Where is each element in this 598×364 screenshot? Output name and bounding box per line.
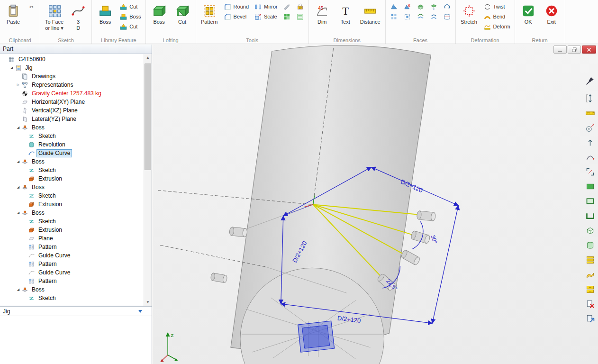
tree-item-sketch[interactable]: Sketch [0, 217, 144, 226]
boss-cylinder-left-1[interactable] [229, 227, 248, 237]
boss-cylinder-left-2[interactable] [210, 273, 227, 283]
tree-item-lateral-yz-plane[interactable]: Lateral(YZ) Plane [0, 115, 144, 123]
loft-cut-button[interactable]: Cut [172, 2, 193, 26]
library-boss-button[interactable]: Boss [94, 2, 116, 26]
surface-button[interactable] [584, 269, 596, 280]
scale-button[interactable]: Scale [252, 12, 280, 21]
tree-item-extrusion[interactable]: Extrusion [0, 200, 144, 209]
paste-button[interactable]: Paste [2, 2, 24, 26]
curve-probe-button[interactable] [584, 151, 596, 163]
face-replace-button[interactable] [415, 12, 426, 21]
library-cut-button[interactable]: Cut [118, 2, 143, 11]
face-split-button[interactable] [441, 12, 453, 21]
distance-button[interactable]: Distance [358, 2, 383, 26]
lock-button[interactable]: 10 [294, 2, 306, 11]
bend-button[interactable]: Bend [481, 12, 512, 21]
convert-button[interactable] [281, 12, 293, 21]
footer-row[interactable]: Jig [0, 307, 152, 316]
tree-item-sketch[interactable]: Sketch [0, 294, 144, 302]
face-select-button[interactable] [584, 181, 596, 192]
face-shrink-button[interactable] [401, 12, 413, 21]
stretch-button[interactable]: Stretch [458, 2, 480, 26]
corner-measure-button[interactable] [584, 166, 596, 177]
tree-expander-icon[interactable]: ◢ [15, 126, 21, 129]
tree-item-sketch[interactable]: Sketch [0, 166, 144, 174]
tree-expander-icon[interactable]: ◢ [15, 160, 21, 164]
restore-button[interactable] [568, 46, 581, 54]
tree-item-boss[interactable]: ◢Boss [0, 209, 144, 217]
tree-item-jig[interactable]: ◢Jig [0, 64, 144, 72]
shell-select-button[interactable] [584, 210, 596, 221]
round-button[interactable]: Round [222, 2, 251, 11]
tree-item-extrusion[interactable]: Extrusion [0, 226, 144, 234]
tree-item-vertical-xz-plane[interactable]: Vertical(XZ) Plane [0, 106, 144, 115]
tree-expander-icon[interactable]: ◢ [9, 66, 15, 70]
pin-button[interactable] [584, 75, 596, 86]
tree-item-extrusion[interactable]: Extrusion [0, 174, 144, 183]
tree-item-pattern[interactable]: Pattern [0, 277, 144, 285]
tree-item-plane[interactable]: Plane [0, 234, 144, 243]
tree-item-boss[interactable]: ◢Boss [0, 285, 144, 294]
face-offset-button[interactable] [415, 2, 426, 11]
drawers-button[interactable] [584, 283, 596, 295]
face-copy-button[interactable] [428, 2, 440, 11]
boss-cylinder-right-3[interactable] [400, 249, 421, 266]
ruler-horizontal-button[interactable] [584, 107, 596, 118]
viewport[interactable]: D/2+120 D/2+120 D/2+120 30° 22.5° Z [153, 45, 598, 364]
tree-item-sketch[interactable]: Sketch [0, 191, 144, 200]
trim-button[interactable] [281, 2, 293, 11]
tree-item-horizontal-xy-plane[interactable]: Horizontal(XY) Plane [0, 98, 144, 106]
cylinder-select-button[interactable] [584, 239, 596, 251]
sketch-to-face-button[interactable]: To Face or line ▾ [43, 2, 66, 32]
snap-center-button[interactable] [584, 122, 596, 133]
scroll-up-icon[interactable]: ▲ [144, 54, 152, 61]
arrow-direction-button[interactable] [584, 136, 596, 148]
minimize-button[interactable] [553, 46, 567, 54]
tree-item-guide-curve[interactable]: Guide Curve [0, 251, 144, 260]
pattern-button[interactable]: Pattern [199, 2, 220, 26]
cut-clipboard-button[interactable]: ✂ [26, 2, 37, 11]
sketch-3d-button[interactable]: 3 D [67, 2, 89, 32]
tree-expander-icon[interactable]: ◢ [15, 185, 21, 189]
boss-cylinder-right-1[interactable] [417, 210, 436, 221]
box-select-button[interactable] [584, 225, 596, 236]
solid-select-button[interactable] [584, 195, 596, 207]
tree-item-guide-curve[interactable]: Guide Curve [0, 149, 144, 157]
fit-view-button[interactable] [584, 92, 596, 104]
tree-item-gravity-center-1257-483-kg[interactable]: Gravity Center 1257.483 kg [0, 89, 144, 98]
layers-button[interactable] [584, 254, 596, 265]
tree-expander-icon[interactable]: ◢ [15, 211, 21, 215]
tree-item-sketch[interactable]: Sketch [0, 132, 144, 140]
library-cut2-button[interactable]: Cut [118, 22, 143, 31]
close-button[interactable] [582, 46, 596, 54]
delete-annotation-button[interactable] [584, 298, 596, 309]
loft-boss-button[interactable]: Boss [148, 2, 170, 26]
tree-item-boss[interactable]: ◢Boss [0, 123, 144, 132]
tree-item-boss[interactable]: ◢Boss [0, 157, 144, 166]
face-rotate-button[interactable] [441, 2, 453, 11]
export-view-button[interactable] [584, 313, 596, 324]
deform-button[interactable]: Deform [481, 22, 512, 31]
tree-expander-icon[interactable]: ▷ [15, 83, 21, 87]
tree-item-guide-curve[interactable]: Guide Curve [0, 268, 144, 277]
tree-item-representations[interactable]: ▷Representations [0, 81, 144, 89]
bevel-button[interactable]: Bevel [222, 12, 251, 21]
tree-item-revolution[interactable]: Revolution [0, 140, 144, 149]
scroll-thumb[interactable] [145, 64, 151, 170]
tree-scrollbar[interactable]: ▲ ▼ [144, 54, 152, 306]
tree-item-drawings[interactable]: Drawings [0, 72, 144, 81]
list-button[interactable] [294, 12, 306, 21]
face-delete-button[interactable] [401, 2, 413, 11]
scroll-down-icon[interactable]: ▼ [144, 299, 152, 306]
ok-button[interactable]: OK [517, 2, 539, 26]
dim-button[interactable]: 45Dim [311, 2, 333, 26]
mirror-button[interactable]: Mirror [252, 2, 280, 11]
exit-button[interactable]: Exit [541, 2, 562, 26]
text-button[interactable]: TText [335, 2, 356, 26]
library-boss-small-button[interactable]: Boss [118, 12, 143, 21]
face-twist-button[interactable] [428, 12, 440, 21]
twist-button[interactable]: Twist [481, 2, 512, 11]
viewport-canvas[interactable]: D/2+120 D/2+120 D/2+120 30° 22.5° Z [153, 45, 598, 364]
sketch-square[interactable] [298, 321, 335, 352]
face-pattern-button[interactable] [388, 12, 400, 21]
